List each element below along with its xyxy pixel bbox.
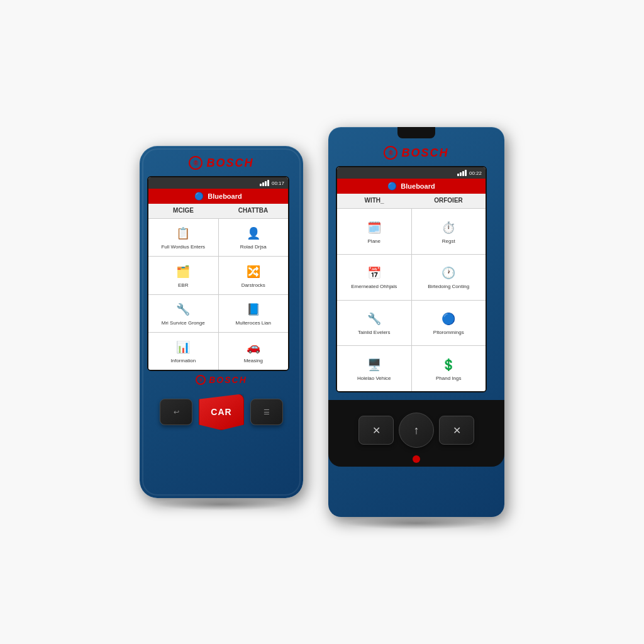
- left-menu-item-0[interactable]: 📋 Full Wordius Enters: [148, 219, 218, 256]
- right-menu-icon-5: 🔵: [440, 310, 457, 328]
- left-menu-item-2[interactable]: 🗂️ EBR: [148, 257, 218, 294]
- left-menu-icon-4: 🔧: [174, 301, 192, 318]
- right-menu-icon-3: 🕐: [440, 264, 457, 282]
- left-back-icon: ↩: [174, 408, 179, 416]
- left-menu-label-5: Multeroces Lian: [236, 320, 271, 326]
- right-bosch-brand: BOSCH: [401, 147, 448, 160]
- left-menu-icon-2: 🗂️: [174, 263, 192, 280]
- right-bluetooth-bar: 🔵 Blueboard: [337, 179, 486, 194]
- right-menu-item-5[interactable]: 🔵 Pltorommings: [412, 301, 486, 346]
- left-menu-item-1[interactable]: 👤 Rolad Drjsa: [219, 219, 289, 256]
- right-menu-item-2[interactable]: 📅 Emerneated Ohhjals: [337, 255, 411, 300]
- left-menu-label-0: Full Wordius Enters: [161, 244, 205, 250]
- left-menu-icon: ☰: [264, 408, 270, 416]
- left-bosch-header: ® BOSCH: [147, 153, 296, 172]
- left-menu-label-3: Darstrocks: [242, 282, 265, 289]
- right-cancel-button[interactable]: ✕: [439, 416, 474, 445]
- right-signal: [457, 170, 467, 176]
- left-menu-icon-0: 📋: [174, 225, 192, 242]
- left-menu-label-6: Information: [170, 358, 196, 364]
- left-menu-item-6[interactable]: 📊 Information: [148, 333, 218, 370]
- left-signal: [260, 180, 269, 186]
- left-back-button[interactable]: ↩: [160, 399, 192, 425]
- left-tab-1[interactable]: CHATTBA: [218, 204, 288, 218]
- left-car-button[interactable]: CAR: [199, 394, 244, 430]
- right-cancel-icon: ✕: [453, 425, 461, 436]
- left-device: ® BOSCH 00:17: [140, 146, 303, 498]
- right-menu-icon-7: 💲: [440, 356, 457, 374]
- right-tab-1[interactable]: ORFOIER: [411, 194, 486, 208]
- right-menu-label-3: Birtedoing Conting: [428, 284, 469, 290]
- right-screen: 00:22 🔵 Blueboard WITH_ ORFOIER: [336, 166, 487, 392]
- right-menu-label-4: Tainlid Evelers: [358, 330, 391, 336]
- left-bottom-buttons: ↩ CAR ☰: [147, 387, 296, 435]
- right-up-icon: ↑: [414, 424, 419, 437]
- left-menu-label-4: Mri Survice Gronge: [162, 320, 205, 326]
- left-tab-bar: MCIGE CHATTBA: [148, 204, 288, 219]
- left-bottom-brand: BOSCH: [209, 375, 247, 385]
- left-bosch-brand: BOSCH: [206, 157, 253, 170]
- right-bluetooth-icon: 🔵: [387, 182, 397, 191]
- left-bottom-badge: ® BOSCH: [147, 371, 296, 387]
- left-menu-item-4[interactable]: 🔧 Mri Survice Gronge: [148, 295, 218, 332]
- right-tab-0[interactable]: WITH_: [337, 194, 411, 208]
- right-menu-label-0: Plane: [368, 238, 380, 245]
- scene: ® BOSCH 00:17: [0, 0, 644, 644]
- right-device-shadow: [346, 517, 487, 530]
- right-menu-label-2: Emerneated Ohhjals: [351, 284, 397, 290]
- right-bosch-header: ® BOSCH: [336, 143, 497, 162]
- right-device: ® BOSCH 00:22: [328, 127, 504, 517]
- left-screen: 00:17 🔵 Blueboard MCIGE CHATTBA: [147, 176, 289, 371]
- right-menu-item-6[interactable]: 🖥️ Holelao Vehice: [337, 346, 411, 391]
- right-menu-icon-4: 🔧: [365, 310, 383, 328]
- right-menu-icon-2: 📅: [365, 264, 383, 282]
- left-menu-label-7: Measing: [244, 358, 263, 364]
- right-menu-grid: 🗓️ Plane ⏱️ Regst 📅 Emerneated Ohhjals: [337, 209, 486, 391]
- left-bluetooth-label: Blueboard: [208, 192, 242, 200]
- right-menu-icon-1: ⏱️: [440, 219, 457, 236]
- left-menu-icon-7: 🚗: [245, 338, 262, 356]
- right-menu-label-1: Regst: [442, 238, 455, 245]
- left-menu-item-5[interactable]: 📘 Multeroces Lian: [219, 295, 289, 332]
- left-menu-icon-1: 👤: [245, 225, 262, 242]
- left-menu-icon-3: 🔀: [245, 263, 262, 280]
- right-menu-item-0[interactable]: 🗓️ Plane: [337, 209, 411, 254]
- right-menu-item-1[interactable]: ⏱️ Regst: [412, 209, 486, 254]
- right-menu-icon-0: 🗓️: [365, 219, 383, 236]
- left-status-bar: 00:17: [148, 177, 288, 189]
- right-bottom-buttons: ✕ ↑ ✕: [328, 406, 504, 453]
- left-menu-label-2: EBR: [178, 282, 188, 289]
- right-back-button[interactable]: ✕: [358, 416, 394, 445]
- right-menu-label-6: Holelao Vehice: [357, 375, 391, 382]
- left-menu-item-3[interactable]: 🔀 Darstrocks: [219, 257, 289, 294]
- right-menu-label-5: Pltorommings: [433, 330, 464, 336]
- right-menu-label-7: Phand Ings: [436, 375, 461, 382]
- left-menu-label-1: Rolad Drjsa: [240, 244, 267, 250]
- left-menu-icon-6: 📊: [174, 338, 192, 356]
- left-status-time: 00:17: [272, 180, 284, 186]
- right-bosch-logo: ®: [384, 146, 397, 160]
- left-menu-item-7[interactable]: 🚗 Measing: [219, 333, 289, 370]
- right-menu-item-4[interactable]: 🔧 Tainlid Evelers: [337, 301, 411, 346]
- left-device-shadow: [156, 498, 287, 511]
- left-car-label: CAR: [211, 407, 231, 417]
- right-back-icon: ✕: [372, 425, 380, 436]
- right-red-dot: [413, 455, 420, 463]
- left-bluetooth-icon: 🔵: [194, 192, 204, 201]
- right-status-bar: 00:22: [337, 167, 486, 179]
- left-bosch-logo: ®: [189, 156, 203, 170]
- right-up-button[interactable]: ↑: [399, 413, 434, 448]
- left-menu-grid: 📋 Full Wordius Enters 👤 Rolad Drjsa 🗂️ E…: [148, 219, 288, 370]
- left-bluetooth-bar: 🔵 Blueboard: [148, 189, 288, 204]
- right-tab-bar: WITH_ ORFOIER: [337, 194, 486, 209]
- right-menu-item-3[interactable]: 🕐 Birtedoing Conting: [412, 255, 486, 300]
- right-top-notch: [397, 127, 435, 138]
- right-bluetooth-label: Blueboard: [401, 182, 435, 190]
- right-menu-icon-6: 🖥️: [365, 356, 383, 374]
- left-menu-icon-5: 📘: [245, 301, 262, 318]
- left-bottom-logo: ®: [196, 375, 206, 385]
- right-menu-item-7[interactable]: 💲 Phand Ings: [412, 346, 486, 391]
- left-menu-button[interactable]: ☰: [250, 399, 283, 425]
- right-status-time: 00:22: [469, 170, 482, 176]
- left-tab-0[interactable]: MCIGE: [148, 204, 218, 218]
